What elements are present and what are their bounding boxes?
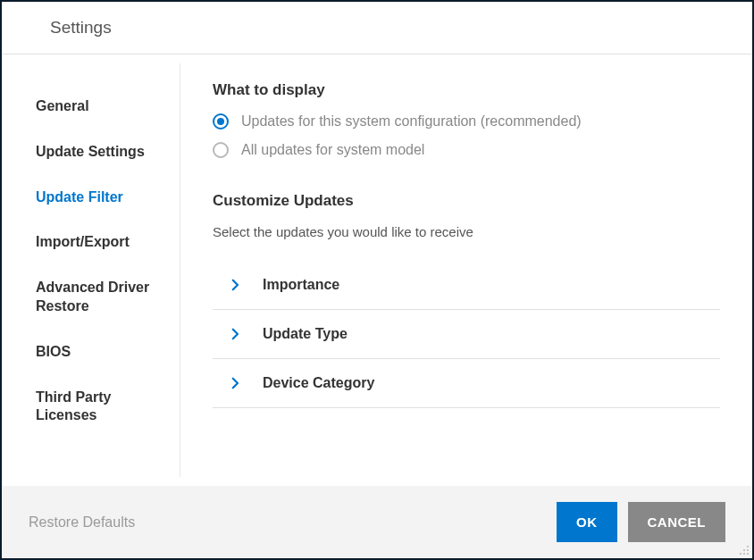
accordion-importance[interactable]: Importance [213, 261, 720, 310]
svg-point-4 [743, 553, 745, 555]
radio-icon [213, 113, 229, 130]
radio-icon [213, 142, 229, 158]
main-panel: What to display Updates for this system … [180, 54, 752, 486]
restore-defaults-link[interactable]: Restore Defaults [29, 514, 135, 531]
svg-point-1 [743, 549, 745, 551]
sidebar-item-general[interactable]: General [36, 90, 180, 123]
accordion-label: Device Category [263, 375, 374, 391]
customize-updates-title: Customize Updates [213, 192, 720, 210]
sidebar-item-import-export[interactable]: Import/Export [36, 226, 180, 259]
page-title: Settings [2, 2, 752, 54]
sidebar: General Update Settings Update Filter Im… [2, 63, 180, 477]
sidebar-item-advanced-driver-restore[interactable]: Advanced Driver Restore [36, 272, 180, 323]
footer: Restore Defaults OK CANCEL [2, 486, 752, 558]
chevron-right-icon [227, 277, 243, 293]
radio-option-all-updates[interactable]: All updates for system model [213, 142, 720, 158]
chevron-right-icon [227, 375, 243, 391]
radio-option-recommended[interactable]: Updates for this system configuration (r… [213, 113, 720, 130]
radio-label: All updates for system model [241, 142, 424, 158]
sidebar-item-third-party-licenses[interactable]: Third Party Licenses [36, 381, 180, 433]
accordion-device-category[interactable]: Device Category [213, 359, 720, 408]
what-to-display-title: What to display [213, 81, 720, 99]
radio-label: Updates for this system configuration (r… [241, 113, 582, 130]
chevron-right-icon [227, 326, 243, 342]
svg-point-0 [747, 546, 749, 547]
sidebar-item-update-settings[interactable]: Update Settings [36, 136, 180, 169]
body-container: General Update Settings Update Filter Im… [2, 54, 752, 486]
svg-point-5 [747, 553, 749, 555]
footer-buttons: OK CANCEL [557, 502, 725, 542]
ok-button[interactable]: OK [557, 502, 617, 542]
sidebar-item-update-filter[interactable]: Update Filter [36, 181, 180, 214]
customize-updates-subtext: Select the updates you would like to rec… [213, 224, 720, 239]
accordion-update-type[interactable]: Update Type [213, 310, 720, 359]
svg-point-3 [740, 553, 741, 555]
sidebar-item-bios[interactable]: BIOS [36, 336, 180, 369]
accordion-label: Importance [263, 277, 339, 293]
resize-grip-icon[interactable] [739, 545, 750, 556]
cancel-button[interactable]: CANCEL [628, 502, 726, 542]
accordion-label: Update Type [263, 326, 348, 342]
svg-point-2 [747, 549, 749, 551]
display-radio-group: Updates for this system configuration (r… [213, 113, 720, 158]
